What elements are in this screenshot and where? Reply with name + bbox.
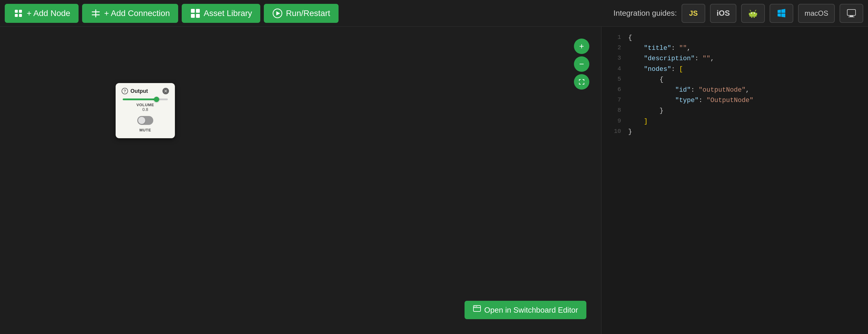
svg-point-10 — [751, 12, 752, 13]
asset-library-icon — [190, 8, 201, 19]
add-node-label: + Add Node — [27, 9, 70, 18]
svg-rect-7 — [196, 14, 200, 18]
code-line-6: 6 "id": "outputNode", — [601, 85, 868, 95]
node-title: Output — [130, 88, 148, 94]
run-icon — [272, 8, 283, 19]
code-line-2: 2 "title": "", — [601, 43, 868, 53]
svg-rect-3 — [19, 14, 22, 17]
asset-library-button[interactable]: Asset Library — [182, 4, 260, 23]
guide-tab-ios[interactable]: iOS — [710, 4, 736, 23]
code-line-9: 9 ] — [601, 116, 868, 127]
code-line-3: 3 "description": "", — [601, 53, 868, 64]
main-area: + − ? Output ✕ — [0, 27, 868, 334]
volume-slider-fill — [123, 98, 157, 100]
open-switchboard-button[interactable]: Open in Switchboard Editor — [465, 301, 586, 319]
svg-rect-16 — [751, 17, 752, 18]
asset-library-label: Asset Library — [204, 9, 252, 18]
code-panel: 1 { 2 "title": "", 3 "description": "", … — [601, 27, 868, 334]
svg-line-13 — [755, 10, 756, 11]
svg-rect-17 — [753, 17, 755, 18]
svg-rect-14 — [749, 13, 750, 15]
guide-tab-android[interactable] — [741, 4, 765, 23]
open-switchboard-label: Open in Switchboard Editor — [484, 306, 578, 315]
svg-rect-1 — [19, 10, 22, 13]
volume-slider-container — [122, 98, 169, 100]
volume-slider-thumb — [154, 97, 159, 102]
svg-rect-18 — [847, 9, 856, 16]
guide-tab-macos[interactable]: macOS — [798, 4, 835, 23]
code-line-1: 1 { — [601, 33, 868, 43]
guide-tab-tizen[interactable] — [840, 4, 863, 23]
svg-point-24 — [476, 306, 477, 307]
integration-guides: Integration guides: JS iOS — [613, 4, 863, 23]
node-close-button[interactable]: ✕ — [162, 88, 169, 94]
svg-rect-15 — [756, 13, 757, 15]
code-line-7: 7 "type": "OutputNode" — [601, 95, 868, 105]
guide-tab-windows[interactable] — [770, 4, 793, 23]
tizen-icon — [847, 9, 856, 18]
node-help-icon[interactable]: ? — [122, 88, 128, 94]
integration-guides-label: Integration guides: — [613, 9, 677, 18]
code-line-8: 8 } — [601, 105, 868, 116]
svg-rect-2 — [15, 14, 18, 17]
svg-rect-19 — [849, 16, 853, 17]
svg-marker-9 — [276, 11, 280, 16]
android-icon — [748, 9, 757, 18]
add-connection-icon — [90, 8, 101, 19]
run-restart-label: Run/Restart — [286, 9, 330, 18]
canvas-panel[interactable]: + − ? Output ✕ — [0, 27, 601, 334]
svg-rect-0 — [15, 10, 18, 13]
zoom-in-button[interactable]: + — [574, 38, 589, 54]
guide-tab-js[interactable]: JS — [682, 4, 705, 23]
node-title-area: ? Output — [122, 88, 148, 94]
output-node: ? Output ✕ VOLUME 0.8 MUTE — [116, 83, 175, 138]
windows-icon — [777, 9, 786, 18]
toggle-thumb — [138, 117, 145, 124]
svg-rect-4 — [191, 9, 195, 13]
add-connection-button[interactable]: + Add Connection — [82, 4, 178, 23]
js-icon: JS — [689, 9, 698, 18]
svg-point-23 — [475, 306, 475, 307]
code-line-10: 10 } — [601, 127, 868, 137]
add-node-button[interactable]: + Add Node — [5, 4, 79, 23]
volume-label: VOLUME — [122, 103, 169, 107]
mute-label: MUTE — [139, 128, 151, 132]
mute-toggle-container: MUTE — [122, 116, 169, 132]
code-line-5: 5 { — [601, 74, 868, 85]
zoom-fit-button[interactable] — [574, 74, 589, 90]
zoom-controls: + − — [574, 38, 589, 90]
mute-toggle[interactable] — [137, 116, 153, 125]
volume-value: 0.8 — [122, 107, 169, 112]
svg-rect-20 — [848, 17, 855, 17]
zoom-out-button[interactable]: − — [574, 56, 589, 72]
svg-point-11 — [754, 12, 755, 13]
add-node-icon — [13, 8, 24, 19]
volume-slider-track[interactable] — [123, 98, 168, 100]
switchboard-icon — [473, 305, 481, 315]
svg-rect-6 — [191, 14, 195, 18]
svg-rect-5 — [196, 9, 200, 13]
macos-icon: macOS — [805, 9, 828, 18]
ios-icon: iOS — [716, 9, 730, 18]
svg-line-12 — [750, 10, 751, 11]
toolbar: + Add Node + Add Connection Asset Librar… — [0, 0, 868, 27]
add-connection-label: + Add Connection — [104, 9, 170, 18]
run-restart-button[interactable]: Run/Restart — [264, 4, 338, 23]
node-header: ? Output ✕ — [122, 88, 169, 94]
code-line-4: 4 "nodes": [ — [601, 64, 868, 74]
